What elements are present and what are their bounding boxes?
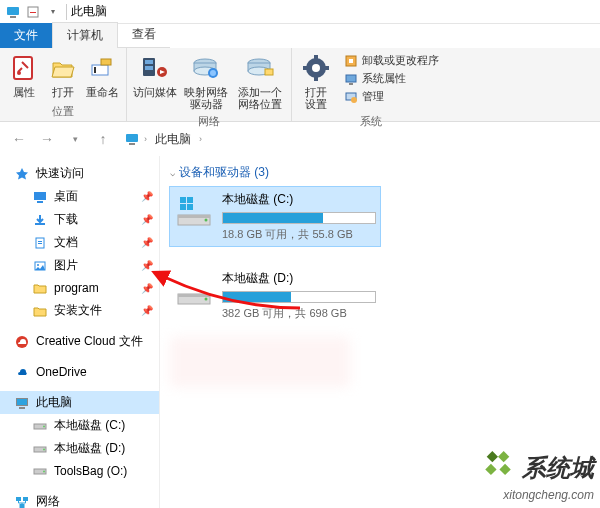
ribbon-group-network: 访问媒体 映射网络 驱动器 添加一个 网络位置 网络: [127, 48, 292, 121]
nav-drive-c[interactable]: 本地磁盘 (C:): [0, 414, 159, 437]
pin-icon: 📌: [141, 237, 153, 248]
drive-icon: [32, 441, 48, 457]
open-settings-button[interactable]: 打开 设置: [296, 50, 336, 112]
ribbon-group-location: 属性 打开 重命名 位置: [0, 48, 127, 121]
svg-point-53: [43, 471, 45, 473]
nav-drive-d[interactable]: 本地磁盘 (D:): [0, 437, 159, 460]
nav-this-pc[interactable]: 此电脑: [0, 391, 159, 414]
tab-file[interactable]: 文件: [0, 23, 52, 48]
drive-name: 本地磁盘 (C:): [222, 191, 376, 208]
svg-rect-37: [37, 201, 43, 203]
crumb-sep[interactable]: ›: [144, 134, 147, 144]
sysprops-label: 系统属性: [362, 71, 406, 86]
open-button[interactable]: 打开: [46, 50, 80, 100]
crumb-this-pc[interactable]: 此电脑: [151, 129, 195, 150]
onedrive-icon: [14, 364, 30, 380]
svg-rect-57: [180, 197, 186, 203]
drive-icon: [174, 270, 214, 310]
nav-network[interactable]: 网络: [0, 490, 159, 508]
svg-rect-58: [187, 197, 193, 203]
svg-rect-56: [20, 504, 25, 508]
nav-install[interactable]: 安装文件 📌: [0, 299, 159, 322]
group-header-devices[interactable]: ⌵ 设备和驱动器 (3): [170, 164, 590, 181]
drive-item[interactable]: 本地磁盘 (D:)382 GB 可用，共 698 GB: [170, 266, 380, 325]
svg-rect-25: [314, 75, 318, 81]
svg-rect-4: [14, 57, 32, 79]
nav-desktop[interactable]: 桌面 📌: [0, 185, 159, 208]
drive-free-text: 382 GB 可用，共 698 GB: [222, 306, 376, 321]
svg-rect-3: [30, 12, 36, 13]
svg-point-51: [43, 448, 45, 450]
ribbon: 属性 打开 重命名 位置 访问媒体: [0, 48, 600, 122]
nav-network-label: 网络: [36, 493, 60, 508]
svg-rect-55: [23, 497, 28, 501]
open-label: 打开: [52, 86, 74, 98]
nav-creative-cloud[interactable]: Creative Cloud 文件: [0, 330, 159, 353]
qat-properties-icon[interactable]: [24, 3, 42, 21]
svg-rect-21: [265, 69, 273, 75]
nav-toolsbag[interactable]: ToolsBag (O:): [0, 460, 159, 482]
access-media-button[interactable]: 访问媒体: [131, 50, 179, 100]
rename-icon: [86, 52, 118, 84]
creative-cloud-icon: [14, 334, 30, 350]
svg-rect-60: [187, 204, 193, 210]
pin-icon: 📌: [141, 214, 153, 225]
manage-button[interactable]: 管理: [342, 88, 441, 105]
properties-button[interactable]: 属性: [4, 50, 44, 100]
nav-drive-d-label: 本地磁盘 (D:): [54, 440, 125, 457]
nav-pictures-label: 图片: [54, 257, 78, 274]
uninstall-icon: [344, 54, 358, 68]
svg-point-33: [351, 97, 357, 103]
title-divider: [66, 4, 67, 20]
nav-program-label: program: [54, 281, 99, 295]
window-title: 此电脑: [71, 3, 107, 20]
content-area: ⌵ 设备和驱动器 (3) 本地磁盘 (C:)18.8 GB 可用，共 55.8 …: [160, 156, 600, 508]
folder-icon: [32, 303, 48, 319]
nav-program[interactable]: program 📌: [0, 277, 159, 299]
chevron-down-icon: ⌵: [170, 168, 175, 178]
system-properties-button[interactable]: 系统属性: [342, 70, 441, 87]
nav-quick-access[interactable]: 快速访问: [0, 162, 159, 185]
downloads-icon: [32, 212, 48, 228]
nav-documents-label: 文档: [54, 234, 78, 251]
qat-dropdown-icon[interactable]: ▾: [44, 3, 62, 21]
crumb-sep-2[interactable]: ›: [199, 134, 202, 144]
pin-icon: 📌: [141, 283, 153, 294]
nav-creative-cloud-label: Creative Cloud 文件: [36, 333, 143, 350]
tab-computer[interactable]: 计算机: [52, 22, 118, 48]
drive-item[interactable]: 本地磁盘 (C:)18.8 GB 可用，共 55.8 GB: [170, 187, 380, 246]
nav-pictures[interactable]: 图片 📌: [0, 254, 159, 277]
nav-install-label: 安装文件: [54, 302, 102, 319]
svg-rect-59: [180, 204, 186, 210]
svg-rect-40: [38, 241, 42, 242]
nav-up-button[interactable]: ↑: [92, 128, 114, 150]
nav-downloads[interactable]: 下载 📌: [0, 208, 159, 231]
desktop-icon: [32, 189, 48, 205]
drive-free-text: 18.8 GB 可用，共 55.8 GB: [222, 227, 376, 242]
uninstall-label: 卸载或更改程序: [362, 53, 439, 68]
nav-recent-dropdown[interactable]: ▾: [64, 128, 86, 150]
access-media-label: 访问媒体: [133, 86, 177, 98]
svg-rect-46: [17, 399, 27, 405]
address-bar[interactable]: › 此电脑 ›: [120, 127, 206, 151]
nav-onedrive[interactable]: OneDrive: [0, 361, 159, 383]
documents-icon: [32, 235, 48, 251]
tab-view[interactable]: 查看: [118, 22, 170, 48]
svg-rect-65: [178, 294, 210, 297]
uninstall-programs-button[interactable]: 卸载或更改程序: [342, 52, 441, 69]
add-network-location-icon: [244, 52, 276, 84]
nav-forward-button[interactable]: →: [36, 128, 58, 150]
nav-documents[interactable]: 文档 📌: [0, 231, 159, 254]
nav-drive-c-label: 本地磁盘 (C:): [54, 417, 125, 434]
nav-toolsbag-label: ToolsBag (O:): [54, 464, 127, 478]
rename-button[interactable]: 重命名: [82, 50, 122, 100]
map-drive-button[interactable]: 映射网络 驱动器: [181, 50, 231, 112]
ribbon-group-system: 打开 设置 卸载或更改程序 系统属性 管理 系统: [292, 48, 449, 121]
nav-downloads-label: 下载: [54, 211, 78, 228]
nav-back-button[interactable]: ←: [8, 128, 30, 150]
svg-rect-27: [323, 66, 329, 70]
add-network-location-button[interactable]: 添加一个 网络位置: [233, 50, 287, 112]
blurred-region: [170, 337, 350, 387]
add-network-location-label: 添加一个 网络位置: [238, 86, 282, 110]
svg-rect-62: [178, 215, 210, 218]
